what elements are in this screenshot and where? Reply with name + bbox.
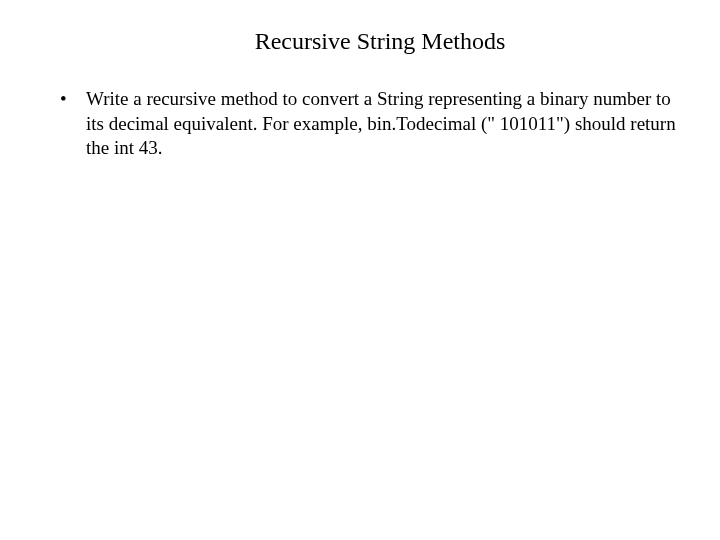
bullet-item: Write a recursive method to convert a St…: [60, 87, 680, 161]
slide-title: Recursive String Methods: [80, 28, 680, 55]
bullet-list: Write a recursive method to convert a St…: [40, 87, 680, 161]
